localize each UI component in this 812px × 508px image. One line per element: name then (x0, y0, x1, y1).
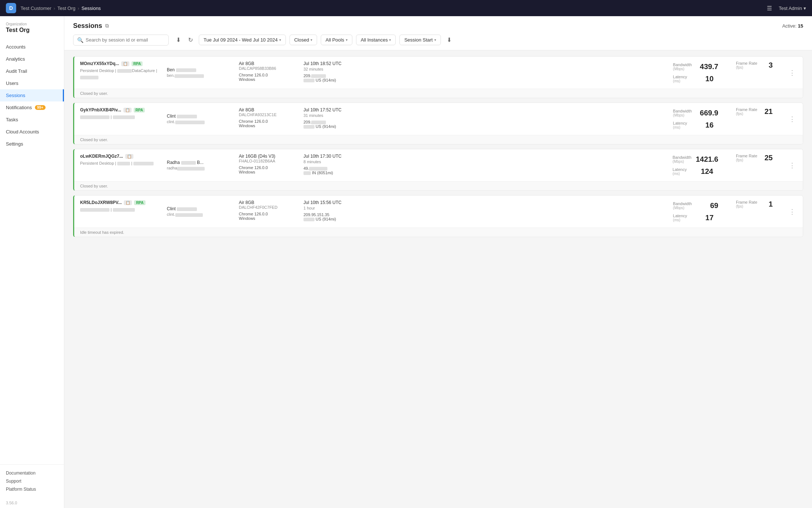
session-options-button[interactable]: ⋮ (787, 160, 797, 171)
session-duration: 1 hour (303, 206, 366, 210)
session-menu: ⋮ (784, 61, 797, 84)
session-id: KR5LDoJXRW8PV... 📋 RPA (80, 200, 161, 205)
frame-rate-stat: Frame Rate (fps) 1 (736, 200, 773, 208)
platform-status-link[interactable]: Platform Status (6, 487, 58, 492)
session-id-text[interactable]: GykYPnbXXB4Piv... (80, 107, 121, 112)
session-options-button[interactable]: ⋮ (787, 114, 797, 125)
user-email: ben. (167, 73, 233, 78)
instances-filter-label: All Instances (361, 37, 388, 43)
instance-name: Air 8GB (239, 61, 298, 66)
sidebar-item-sessions[interactable]: Sessions (0, 89, 64, 101)
session-start-filter-button[interactable]: Session Start ▾ (399, 35, 441, 45)
sidebar-footer: Documentation Support Platform Status (0, 464, 64, 498)
session-user-col: Clint clint. (167, 200, 233, 223)
session-time: Jul 10th 18:52 UTC (303, 61, 366, 66)
active-count: Active: 15 (782, 23, 803, 29)
top-navbar: D Test Customer › Test Org › Sessions ☰ … (0, 0, 812, 16)
session-time: Jul 10th 17:30 UTC (303, 154, 366, 159)
search-input[interactable] (86, 37, 165, 43)
sidebar-item-users[interactable]: Users (0, 77, 64, 89)
session-id-text[interactable]: oLwKDERmJQGz7... (80, 154, 123, 159)
rpa-tag: RPA (132, 61, 143, 66)
sidebar-item-notifications[interactable]: Notifications 99+ (0, 101, 64, 114)
bandwidth-label: Bandwidth (673, 62, 692, 67)
list-icon-button[interactable]: ☰ (765, 3, 774, 14)
frame-rate-label: Frame Rate (736, 200, 757, 204)
support-link[interactable]: Support (6, 479, 58, 484)
frame-rate-unit: (fps) (736, 112, 757, 116)
session-status-bar: Idle timeout has expired. (74, 228, 803, 237)
bandwidth-label: Bandwidth (672, 155, 691, 160)
session-card-main: MOmzYX55xYDq... 📋 RPA Persistent Desktop… (74, 57, 803, 89)
latency-unit: (ms) (673, 218, 687, 222)
session-user-col: Radha B... radha (167, 154, 233, 177)
session-menu: ⋮ (784, 200, 797, 223)
sidebar-item-accounts[interactable]: Accounts (0, 41, 64, 53)
session-ip: 49. IN (8051mi) (303, 166, 366, 175)
active-count-value: 15 (798, 23, 803, 29)
latency-value: 16 (691, 121, 714, 129)
sidebar-item-label: Users (6, 81, 18, 86)
session-meta: Persistent Desktop | DataCapture | (80, 68, 161, 81)
sidebar: Organization Test Org Accounts Analytics… (0, 16, 64, 508)
sidebar-item-audit-trail[interactable]: Audit Trail (0, 65, 64, 77)
latency-label: Latency (673, 214, 687, 218)
latency-unit: (ms) (673, 125, 687, 129)
status-filter-button[interactable]: Closed ▾ (290, 35, 317, 45)
search-box[interactable]: 🔍 (73, 35, 169, 46)
bandwidth-value: 439.7 (696, 62, 718, 71)
bandwidth-stat: Bandwidth (Mbps) 439.7 (673, 62, 718, 71)
session-id-text[interactable]: KR5LDoJXRW8PV... (80, 200, 122, 205)
sidebar-item-label: Accounts (6, 44, 25, 50)
session-options-button[interactable]: ⋮ (787, 67, 797, 78)
session-meta: | (80, 114, 161, 121)
refresh-button[interactable]: ↻ (186, 34, 195, 46)
latency-unit: (ms) (673, 79, 687, 83)
bandwidth-unit: (Mbps) (673, 206, 692, 210)
latency-stat: Latency (ms) 10 (673, 75, 718, 83)
frame-rate-section: Frame Rate (fps) 21 (730, 107, 779, 130)
instances-filter-chevron-icon: ▾ (389, 38, 391, 42)
copy-tag: 📋 (124, 200, 132, 205)
user-menu[interactable]: Test Admin ▾ (779, 6, 806, 11)
user-name: Ben (167, 67, 233, 72)
sidebar-item-tasks[interactable]: Tasks (0, 114, 64, 126)
instance-id: DALCHF42F0C7FED (239, 205, 298, 210)
date-filter-button[interactable]: Tue Jul 09 2024 - Wed Jul 10 2024 ▾ (199, 35, 286, 45)
session-id-text[interactable]: MOmzYX55xYDq... (80, 61, 119, 66)
instances-filter-button[interactable]: All Instances ▾ (356, 35, 396, 45)
documentation-link[interactable]: Documentation (6, 471, 58, 476)
latency-label: Latency (672, 167, 687, 172)
frame-rate-value: 21 (762, 107, 773, 116)
download-button[interactable]: ⬇ (174, 34, 183, 46)
frame-rate-section: Frame Rate (fps) 1 (730, 200, 779, 223)
filter-actions: ⬇ ↻ (174, 34, 195, 46)
topnav-right: ☰ Test Admin ▾ (765, 3, 806, 14)
sidebar-item-analytics[interactable]: Analytics (0, 53, 64, 65)
latency-value: 124 (691, 167, 713, 176)
frame-rate-label: Frame Rate (736, 107, 757, 112)
sidebar-item-settings[interactable]: Settings (0, 138, 64, 150)
session-card-main: GykYPnbXXB4Piv... 📋 RPA | Clint clint. (74, 103, 803, 135)
user-chevron-icon: ▾ (804, 6, 806, 11)
frame-rate-section: Frame Rate (fps) 3 (730, 61, 779, 84)
session-id: GykYPnbXXB4Piv... 📋 RPA (80, 107, 161, 112)
bandwidth-unit: (Mbps) (673, 113, 692, 117)
latency-label: Latency (673, 121, 687, 125)
breadcrumb-org[interactable]: Test Org (57, 6, 75, 11)
session-card-main: oLwKDERmJQGz7... 📋 Persistent Desktop | … (74, 149, 803, 181)
copy-icon[interactable]: ⧉ (105, 23, 109, 29)
session-status-bar: Closed by user. (74, 135, 803, 144)
frame-rate-stat: Frame Rate (fps) 3 (736, 61, 773, 69)
breadcrumb-home[interactable]: Test Customer (21, 6, 51, 11)
session-options-button[interactable]: ⋮ (787, 206, 797, 217)
sidebar-item-label: Tasks (6, 117, 18, 122)
sort-down-button[interactable]: ⬇ (445, 34, 454, 46)
instance-id: FHALO-01182B6AA (239, 159, 298, 163)
browser-info: Chrome 126.0.0Windows (239, 119, 298, 128)
pools-filter-button[interactable]: All Pools ▾ (321, 35, 352, 45)
session-ip: 209. US (914mi) (303, 74, 366, 82)
latency-stat: Latency (ms) 17 (673, 214, 718, 222)
sidebar-item-label: Audit Trail (6, 68, 27, 74)
sidebar-item-cloud-accounts[interactable]: Cloud Accounts (0, 126, 64, 138)
